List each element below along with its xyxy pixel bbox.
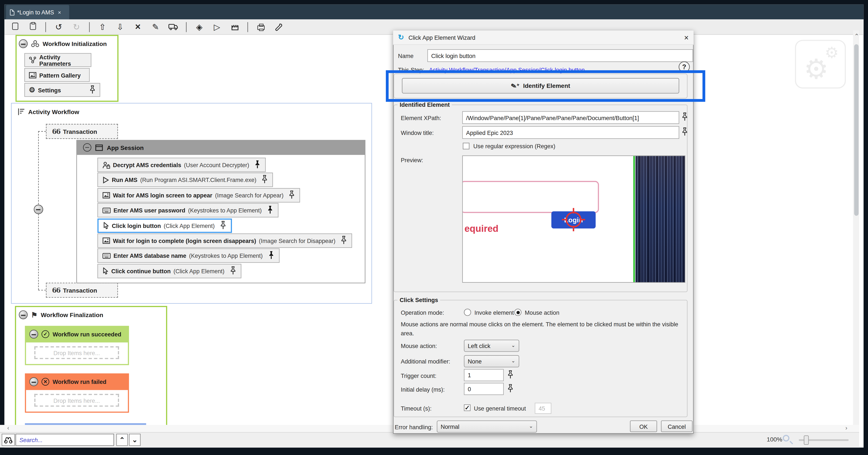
initial-delay-input[interactable]: 0 xyxy=(464,383,504,395)
vertical-scrollbar-thumb[interactable] xyxy=(854,44,858,216)
ok-button[interactable]: OK xyxy=(630,420,657,432)
step-click-continue-button[interactable]: Click continue button (Click App Element… xyxy=(97,264,241,278)
drop-placeholder: Drop Items here... xyxy=(53,397,100,404)
step-run-ams[interactable]: Run AMS (Run Program ASI.SMART.Client.Fr… xyxy=(97,173,273,187)
drop-zone[interactable]: Drop Items here... xyxy=(34,394,119,407)
sidebar-button-settings[interactable]: ⚙Settings xyxy=(24,83,100,97)
dialog-title-bar[interactable]: ↻ Click App Element Wizard × xyxy=(393,31,693,45)
collapse-icon[interactable] xyxy=(29,377,38,386)
pin-icon[interactable] xyxy=(288,190,295,200)
tools-icon[interactable] xyxy=(273,23,283,31)
mouse-action-select[interactable]: Left click⌄ xyxy=(464,339,519,352)
tab-close-icon[interactable]: × xyxy=(58,9,61,15)
stage: *Login to AMS × ↺↻⇧⇩×✎◈▷ Workflow Initia… xyxy=(0,0,868,455)
scroll-left-icon[interactable]: ‹ xyxy=(7,425,9,431)
find-button[interactable] xyxy=(2,434,15,446)
pin-icon[interactable] xyxy=(220,220,226,230)
zoom-slider-handle[interactable] xyxy=(804,435,809,445)
additional-modifier-select[interactable]: None⌄ xyxy=(464,355,519,367)
step-enter-ams-database-name[interactable]: Enter AMS database name (Keystrokes to A… xyxy=(97,249,279,263)
delete-icon[interactable]: × xyxy=(133,22,143,32)
wizard-icon: ↻ xyxy=(398,33,404,42)
undo-icon[interactable]: ↺ xyxy=(54,23,64,31)
step-decrypt-ams-credentials[interactable]: Decrypt AMS credentials (User Account De… xyxy=(97,158,266,172)
pin-icon[interactable] xyxy=(340,236,347,246)
sidebar-button-activity-parameters[interactable]: Activity Parameters xyxy=(24,53,91,67)
transaction-label: Transaction xyxy=(63,287,97,293)
pin-icon[interactable] xyxy=(507,370,516,380)
error-handling-select[interactable]: Normal⌄ xyxy=(437,420,537,433)
app-session-header[interactable]: App Session xyxy=(76,140,365,155)
mouse-action-radio[interactable] xyxy=(514,309,521,316)
pin-icon[interactable] xyxy=(267,205,273,215)
cluster-icon xyxy=(31,40,39,47)
use-general-timeout-label: Use general timeout xyxy=(474,405,526,412)
transaction-top[interactable]: 66 Transaction xyxy=(46,124,118,139)
step-title: Click continue button xyxy=(111,268,171,274)
collapse-icon[interactable] xyxy=(19,311,28,319)
move-down-icon[interactable]: ⇩ xyxy=(115,23,125,31)
drop-zone[interactable]: Drop Items here... xyxy=(34,346,119,359)
gear-icon: ⚙ xyxy=(29,86,35,93)
scroll-right-icon[interactable]: › xyxy=(845,425,847,431)
use-general-timeout-checkbox[interactable]: ✓ xyxy=(464,404,470,411)
name-value: Click login button xyxy=(431,52,475,59)
search-next-button[interactable]: ⌄ xyxy=(129,434,141,446)
timeout-value-input[interactable]: 45 xyxy=(535,403,551,414)
sidebar-button-pattern-gallery[interactable]: Pattern Gallery xyxy=(24,68,90,82)
scroll-up-icon[interactable]: ⌃ xyxy=(854,33,859,39)
pin-icon[interactable] xyxy=(261,175,268,185)
pin-icon[interactable] xyxy=(681,112,690,122)
window-title-input[interactable]: Applied Epic 2023 xyxy=(462,126,679,139)
pin-icon[interactable] xyxy=(268,251,274,261)
pin-icon[interactable] xyxy=(229,266,236,276)
transaction-bottom[interactable]: 66 Transaction xyxy=(46,283,118,298)
pin-icon[interactable] xyxy=(507,384,516,394)
paste-icon[interactable] xyxy=(28,23,38,31)
pin-icon[interactable] xyxy=(89,85,96,95)
deploy-icon[interactable] xyxy=(168,23,178,30)
cursor-icon xyxy=(103,222,109,229)
crosshair-icon xyxy=(561,207,586,232)
step-click-login-button[interactable]: Click login button (Click App Element) xyxy=(97,218,232,233)
print-icon[interactable] xyxy=(256,23,266,31)
breakpoint-icon[interactable]: ◈ xyxy=(194,23,204,31)
search-input[interactable] xyxy=(16,434,114,446)
identified-element-legend: Identified Element xyxy=(398,101,452,108)
x-circle-icon: ✕ xyxy=(41,378,49,386)
cancel-button[interactable]: Cancel xyxy=(661,420,692,432)
run-icon[interactable]: ▷ xyxy=(212,23,222,31)
pin-icon[interactable] xyxy=(681,127,690,137)
dialog-close-icon[interactable]: × xyxy=(684,33,689,42)
step-title: Wait for AMS login screen to appear xyxy=(113,192,212,198)
chevron-down-icon: ⌄ xyxy=(511,342,515,348)
step-wait-for-login-to-complete-login-screen-disappears-[interactable]: Wait for login to complete (login screen… xyxy=(97,233,352,248)
initial-delay-value: 0 xyxy=(468,386,471,392)
regex-checkbox[interactable] xyxy=(463,143,469,149)
step-enter-ams-user-password[interactable]: Enter AMS user password (Keystrokes to A… xyxy=(97,203,278,218)
preview-required-text: equired xyxy=(465,223,498,235)
step-wait-for-ams-login-screen-to-appear[interactable]: Wait for AMS login screen to appear (Ima… xyxy=(97,188,300,202)
error-handling-label: Error handling: xyxy=(395,424,433,430)
trap-icon[interactable] xyxy=(230,23,240,31)
invoke-element-radio[interactable] xyxy=(464,309,471,316)
chevron-down-icon: ⌄ xyxy=(529,423,533,429)
trigger-count-input[interactable]: 1 xyxy=(464,369,504,381)
document-icon xyxy=(10,9,14,15)
regex-label: Use regular expression (Regex) xyxy=(473,143,555,149)
collapse-icon[interactable] xyxy=(19,39,28,48)
move-up-icon[interactable]: ⇧ xyxy=(97,23,107,31)
collapse-rail-icon[interactable] xyxy=(34,205,43,214)
copy-icon[interactable] xyxy=(10,23,20,31)
identify-wand-icon[interactable]: ✎ xyxy=(151,23,160,31)
collapse-icon[interactable] xyxy=(83,143,91,152)
step-title: Click login button xyxy=(112,222,161,229)
search-previous-button[interactable]: ⌃ xyxy=(116,434,128,446)
transaction-icon: 66 xyxy=(52,128,60,135)
collapse-icon[interactable] xyxy=(29,330,38,338)
workflow-finalization-header: ⚑ Workflow Finalization xyxy=(19,311,103,319)
tab-login-to-ams[interactable]: *Login to AMS × xyxy=(6,5,69,19)
name-input[interactable]: Click login button xyxy=(427,49,693,62)
pin-icon[interactable] xyxy=(254,160,261,170)
element-xpath-input[interactable]: /Window/Pane/Pane[1]/Pane/Pane/Pane/Pane… xyxy=(462,111,679,124)
